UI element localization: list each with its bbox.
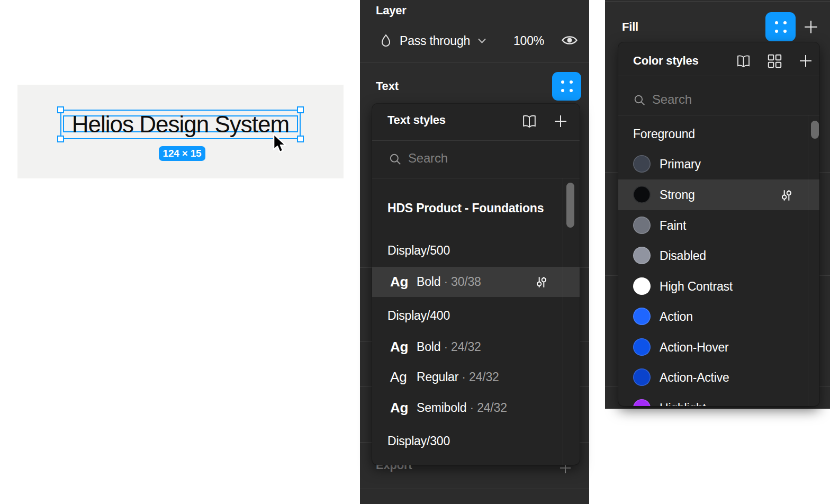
fill-panel: Fill Color styles [605,0,830,409]
grid-icon[interactable] [767,53,782,69]
color-style-name: Faint [660,210,686,241]
dropdown-divider [618,115,819,115]
text-style-row[interactable]: Ag Regular · 24/32 [372,362,580,392]
sliders-icon[interactable] [780,188,793,202]
color-swatch [633,399,651,406]
color-style-row[interactable]: Highlight [618,393,819,406]
scrollbar-track [563,178,563,465]
text-styles-button[interactable] [552,72,581,101]
color-style-row[interactable]: Action-Active [618,362,819,393]
book-icon[interactable] [735,53,752,69]
style-size: 30/38 [451,275,481,289]
blend-mode-value: Pass through [400,34,470,48]
selection-handle-top-left[interactable] [57,106,64,113]
selection-handle-top-right[interactable] [297,106,304,113]
droplet-icon [380,33,392,48]
scrollbar-thumb[interactable] [811,121,819,139]
color-styles-button[interactable] [765,12,796,41]
color-style-row[interactable]: Disabled [618,240,819,271]
selection-bounding-box[interactable] [60,110,301,139]
properties-panel: Layer Pass through 100% Text Export [360,0,589,504]
style-preview: Ag [390,332,408,362]
color-styles-search-input[interactable] [651,92,796,107]
fill-section-title: Fill [622,20,638,34]
color-styles-dropdown: Color styles Foreground [618,42,819,406]
size-badge: 124 × 15 [159,146,205,161]
section-divider [360,62,589,62]
plus-icon[interactable] [553,114,568,129]
style-size: 24/32 [469,370,499,384]
book-icon[interactable] [521,113,538,130]
dropdown-divider [372,140,580,141]
style-name: Semibold [417,401,466,415]
text-style-row[interactable]: Ag Semibold · 24/32 [372,393,580,423]
search-icon [633,94,646,107]
text-section-title: Text [376,79,399,93]
color-style-row[interactable]: Faint [618,210,819,241]
text-style-row[interactable]: Ag Bold · 24/32 [372,332,580,362]
color-style-name: Strong [660,179,695,210]
scrollbar-thumb[interactable] [566,183,574,228]
style-name: Bold [417,275,440,289]
opacity-value[interactable]: 100% [513,34,543,48]
style-group-label: Display/500 [387,244,450,258]
color-style-name: Action [660,301,693,332]
four-dots-icon [775,21,787,33]
color-style-row[interactable]: Action-Hover [618,332,819,363]
color-swatch [633,277,651,295]
color-style-name: Disabled [660,240,706,271]
dropdown-divider [372,178,580,178]
style-group-label: Display/300 [387,434,450,448]
color-style-row[interactable]: High Contrast [618,271,819,302]
library-name: HDS Product - Foundations [387,201,544,215]
color-swatch [633,338,651,356]
color-style-name: Action-Active [660,362,729,393]
color-style-row[interactable]: Primary [618,149,819,179]
plus-icon[interactable] [798,53,813,68]
style-size: 24/32 [451,340,481,354]
screenshot-root: Helios Design System 124 × 15 Layer Pass… [0,0,830,504]
selection-handle-bottom-right[interactable] [297,136,304,142]
style-preview: Ag [390,267,408,297]
text-styles-dropdown: Text styles HDS Product - Foundations Di… [372,104,580,465]
color-style-name: Highlight [660,393,706,406]
color-group-label: Foreground [633,127,695,141]
blend-mode-select[interactable]: Pass through [400,33,486,48]
color-swatch [633,186,651,203]
color-swatch [633,217,651,234]
color-styles-dropdown-title: Color styles [633,54,699,68]
color-style-name: Primary [660,149,701,179]
style-preview: Ag [390,393,408,423]
color-swatch [633,368,651,386]
eye-icon[interactable] [561,33,578,48]
cursor-icon [270,133,290,155]
color-swatch [633,155,651,173]
layer-section-title: Layer [376,4,407,17]
style-name: Regular [417,370,458,384]
text-styles-search-input[interactable] [407,150,557,166]
color-style-row[interactable]: Action [618,301,819,332]
style-preview: Ag [390,362,407,392]
chevron-down-icon [477,38,486,44]
scrollbar-track [808,115,808,406]
dropdown-divider [618,76,819,76]
style-group-label: Display/400 [387,309,450,323]
color-swatch [633,308,651,325]
section-divider [360,489,589,489]
style-name: Bold [417,340,440,354]
color-style-name: High Contrast [660,271,733,302]
add-fill-icon[interactable] [803,19,819,35]
search-icon [389,152,402,166]
text-style-row[interactable]: Ag Bold · 30/38 [372,267,580,297]
four-dots-icon [561,80,573,92]
color-style-name: Action-Hover [660,332,729,363]
text-styles-dropdown-title: Text styles [387,113,446,127]
color-style-row[interactable]: Strong [618,179,819,210]
color-swatch [633,247,651,264]
section-divider [605,1,830,2]
style-size: 24/32 [477,401,507,415]
selection-handle-bottom-left[interactable] [57,136,64,142]
sliders-icon[interactable] [535,275,548,289]
